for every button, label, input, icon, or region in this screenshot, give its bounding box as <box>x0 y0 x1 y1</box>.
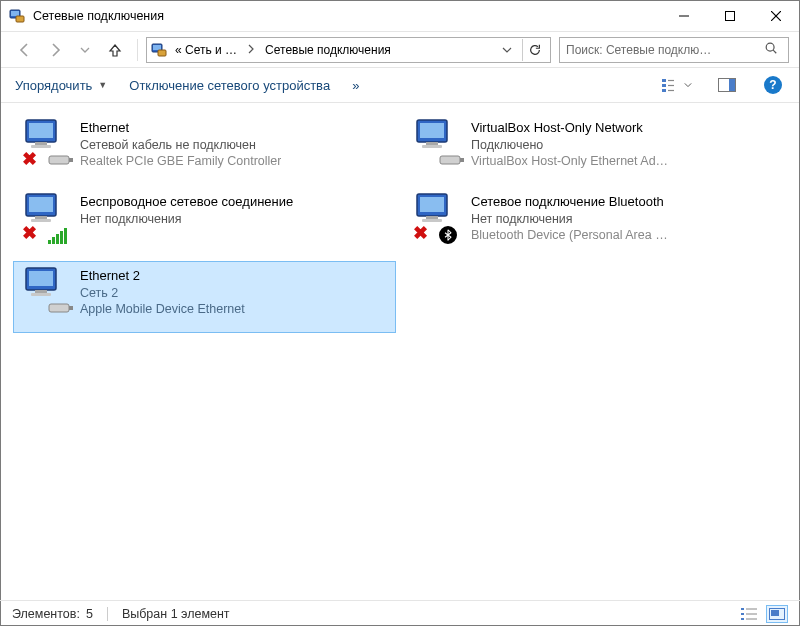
svg-rect-33 <box>29 197 53 212</box>
window-close-button[interactable] <box>753 1 799 31</box>
connection-device: Apple Mobile Device Ethernet <box>80 301 245 317</box>
svg-rect-48 <box>741 618 744 620</box>
svg-rect-24 <box>49 156 69 164</box>
nav-up-button[interactable] <box>101 36 129 64</box>
disconnected-overlay-icon: ✖ <box>22 222 37 244</box>
connection-status: Сетевой кабель не подключен <box>80 137 281 153</box>
svg-point-10 <box>766 43 774 51</box>
connection-icon: ✖ <box>20 118 76 174</box>
svg-rect-19 <box>729 79 735 91</box>
window-title: Сетевые подключения <box>33 9 164 23</box>
view-large-icons-button[interactable] <box>766 605 788 623</box>
svg-rect-13 <box>662 84 666 87</box>
bluetooth-icon <box>437 224 459 246</box>
status-items-count: 5 <box>86 607 93 621</box>
svg-rect-45 <box>69 306 73 310</box>
svg-rect-37 <box>420 197 444 212</box>
connection-device: VirtualBox Host-Only Ethernet Ad… <box>471 153 668 169</box>
svg-rect-43 <box>31 293 51 296</box>
search-input[interactable]: Поиск: Сетевые подклю… <box>559 37 789 63</box>
titlebar: Сетевые подключения <box>1 1 799 31</box>
disable-device-button[interactable]: Отключение сетевого устройства <box>127 75 332 96</box>
organize-menu-button[interactable]: Упорядочить ▼ <box>13 75 109 96</box>
svg-rect-25 <box>69 158 73 162</box>
connection-name: VirtualBox Host-Only Network <box>471 120 668 137</box>
nav-forward-button[interactable] <box>41 36 69 64</box>
organize-label: Упорядочить <box>15 78 92 93</box>
svg-rect-27 <box>420 123 444 138</box>
connection-icon <box>20 266 76 322</box>
connection-item[interactable]: Ethernet 2 Сеть 2 Apple Mobile Device Et… <box>13 261 396 333</box>
svg-rect-30 <box>440 156 460 164</box>
nav-history-dropdown[interactable] <box>71 36 99 64</box>
connection-icon <box>411 118 467 174</box>
chevron-right-icon[interactable] <box>245 43 257 57</box>
connection-status: Нет подключения <box>80 211 293 227</box>
status-bar: Элементов: 5 Выбран 1 элемент <box>0 600 800 626</box>
svg-rect-9 <box>158 50 166 56</box>
connection-device: Realtek PCIe GBE Family Controller <box>80 153 281 169</box>
svg-rect-46 <box>741 608 744 610</box>
window-minimize-button[interactable] <box>661 1 707 31</box>
help-button[interactable]: ? <box>759 73 787 97</box>
nav-back-button[interactable] <box>11 36 39 64</box>
breadcrumb-current[interactable]: Сетевые подключения <box>261 41 395 59</box>
connection-item[interactable]: ✖ Сетевое подключение Bluetooth Нет подк… <box>404 187 787 259</box>
svg-rect-1 <box>11 11 19 16</box>
svg-rect-29 <box>422 145 442 148</box>
connection-name: Сетевое подключение Bluetooth <box>471 194 668 211</box>
search-placeholder: Поиск: Сетевые подклю… <box>566 43 764 57</box>
view-options-button[interactable] <box>657 73 695 97</box>
svg-rect-31 <box>460 158 464 162</box>
svg-rect-47 <box>741 613 744 615</box>
connection-item[interactable]: ✖ Ethernet Сетевой кабель не подключен R… <box>13 113 396 185</box>
connection-item[interactable]: VirtualBox Host-Only Network Подключено … <box>404 113 787 185</box>
svg-rect-2 <box>16 16 24 22</box>
connection-item[interactable]: ✖ Беспроводное сетевое соединение Нет по… <box>13 187 396 259</box>
svg-rect-53 <box>771 610 779 616</box>
svg-rect-42 <box>35 290 47 293</box>
help-icon: ? <box>764 76 782 94</box>
address-bar[interactable]: « Сеть и … Сетевые подключения <box>146 37 551 63</box>
connection-name: Ethernet <box>80 120 281 137</box>
connections-list: ✖ Ethernet Сетевой кабель не подключен R… <box>1 103 799 343</box>
connection-status: Подключено <box>471 137 668 153</box>
connection-icon: ✖ <box>20 192 76 248</box>
svg-rect-22 <box>35 142 47 145</box>
connection-icon: ✖ <box>411 192 467 248</box>
disconnected-overlay-icon: ✖ <box>413 222 428 244</box>
wifi-signal-icon <box>48 228 67 244</box>
svg-rect-38 <box>426 216 438 219</box>
view-details-button[interactable] <box>738 605 760 623</box>
disable-device-label: Отключение сетевого устройства <box>129 78 330 93</box>
connection-status: Сеть 2 <box>80 285 245 301</box>
navigation-bar: « Сеть и … Сетевые подключения Поиск: Се… <box>1 31 799 67</box>
svg-rect-44 <box>49 304 69 312</box>
toolbar-overflow-button[interactable]: » <box>350 75 361 96</box>
disconnected-overlay-icon: ✖ <box>22 148 37 170</box>
connection-name: Беспроводное сетевое соединение <box>80 194 293 211</box>
svg-rect-14 <box>662 89 666 92</box>
preview-pane-button[interactable] <box>713 73 741 97</box>
command-toolbar: Упорядочить ▼ Отключение сетевого устрой… <box>1 67 799 103</box>
search-icon <box>764 41 778 58</box>
window-maximize-button[interactable] <box>707 1 753 31</box>
connection-status: Нет подключения <box>471 211 668 227</box>
connection-name: Ethernet 2 <box>80 268 245 285</box>
connection-device: Bluetooth Device (Personal Area … <box>471 227 668 243</box>
address-dropdown-button[interactable] <box>498 39 516 61</box>
svg-rect-41 <box>29 271 53 286</box>
refresh-button[interactable] <box>522 39 546 61</box>
status-selected-label: Выбран 1 элемент <box>122 607 230 621</box>
chevron-down-icon: ▼ <box>98 80 107 90</box>
svg-line-11 <box>773 50 776 53</box>
status-items-label: Элементов: <box>12 607 80 621</box>
svg-rect-28 <box>426 142 438 145</box>
svg-rect-12 <box>662 79 666 82</box>
svg-rect-4 <box>726 12 735 21</box>
breadcrumb-parent[interactable]: « Сеть и … <box>171 41 241 59</box>
svg-rect-8 <box>153 45 161 50</box>
address-location-icon <box>151 42 167 58</box>
network-connections-app-icon <box>9 8 25 24</box>
svg-rect-21 <box>29 123 53 138</box>
